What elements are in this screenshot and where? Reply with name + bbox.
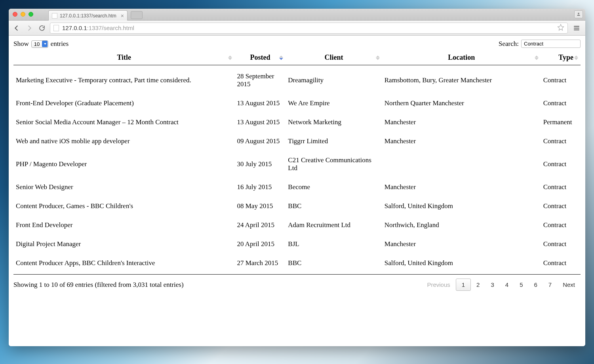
tab-title: 127.0.0.1:1337/search.htm	[60, 13, 118, 19]
cell-type: Contract	[541, 197, 581, 216]
cell-posted: 20 April 2015	[234, 235, 286, 254]
col-header-client[interactable]: Client	[286, 50, 382, 65]
cell-posted: 09 August 2015	[234, 132, 286, 151]
url-text: 127.0.0.1:1337/search.html	[62, 25, 554, 31]
sort-icon	[228, 55, 232, 60]
cell-posted: 24 April 2015	[234, 216, 286, 235]
table-row: Front End Developer24 April 2015Adam Rec…	[13, 216, 581, 235]
table-row: PHP / Magento Developer30 July 2015C21 C…	[13, 151, 581, 178]
cell-title: Senior Web Designer	[13, 178, 234, 197]
cell-location: Manchester	[382, 178, 541, 197]
page-icon	[53, 25, 59, 31]
profile-button[interactable]	[574, 10, 583, 18]
page-1[interactable]: 1	[456, 279, 471, 291]
page-previous[interactable]: Previous	[421, 279, 455, 290]
table-row: Front-End Developer (Graduate Placement)…	[13, 94, 581, 113]
cell-type: Contract	[541, 178, 581, 197]
cell-location: Ramsbottom, Bury, Greater Manchester	[382, 65, 541, 94]
results-table: Title Posted Client Location	[13, 50, 581, 275]
cell-type: Contract	[541, 235, 581, 254]
cell-title: PHP / Magento Developer	[13, 151, 234, 178]
cell-title: Front End Developer	[13, 216, 234, 235]
cell-posted: 08 May 2015	[234, 197, 286, 216]
col-header-title[interactable]: Title	[13, 50, 234, 65]
hamburger-icon	[573, 25, 580, 32]
page-content: Show 10 entries Search: Title	[9, 36, 585, 346]
cell-title: Web and native iOS moblie app developer	[13, 132, 234, 151]
back-button[interactable]	[12, 23, 21, 33]
table-row: Marketing Executive - Temporary contract…	[13, 65, 581, 94]
reload-icon	[38, 25, 46, 32]
user-icon	[576, 12, 581, 17]
length-label-prefix: Show	[13, 40, 29, 48]
cell-client: We Are Empire	[286, 94, 382, 113]
cell-title: Content Producer Apps, BBC Children's In…	[13, 254, 234, 275]
cell-location: Salford, United Kingdom	[382, 254, 541, 275]
bookmark-button[interactable]	[557, 24, 564, 32]
cell-client: BJL	[286, 235, 382, 254]
window-controls	[13, 12, 33, 17]
sort-icon	[574, 55, 578, 60]
page-3[interactable]: 3	[485, 279, 499, 290]
cell-type: Contract	[541, 151, 581, 178]
cell-location: Northwich, England	[382, 216, 541, 235]
browser-tab[interactable]: 127.0.0.1:1337/search.htm ×	[48, 10, 128, 21]
col-header-posted[interactable]: Posted	[234, 50, 286, 65]
length-select[interactable]: 10	[31, 40, 48, 48]
cell-posted: 13 August 2015	[234, 94, 286, 113]
new-tab-button[interactable]	[131, 11, 143, 19]
cell-title: Senior Social Media Account Manager – 12…	[13, 113, 234, 132]
search-control: Search:	[499, 40, 581, 48]
address-bar[interactable]: 127.0.0.1:1337/search.html	[50, 23, 568, 34]
length-select-wrap: 10	[31, 40, 48, 48]
table-row: Content Producer Apps, BBC Children's In…	[13, 254, 581, 275]
tab-close-button[interactable]: ×	[121, 13, 124, 19]
cell-posted: 13 August 2015	[234, 113, 286, 132]
page-4[interactable]: 4	[500, 279, 514, 290]
table-header-row: Title Posted Client Location	[13, 50, 581, 65]
favicon-icon	[52, 13, 57, 19]
search-label: Search:	[499, 40, 519, 48]
table-controls: Show 10 entries Search:	[13, 40, 581, 48]
reload-button[interactable]	[37, 23, 47, 33]
cell-location: Northern Quarter Manchester	[382, 94, 541, 113]
page-2[interactable]: 2	[471, 279, 485, 290]
cell-type: Contract	[541, 254, 581, 275]
page-5[interactable]: 5	[514, 279, 528, 290]
window-minimize-button[interactable]	[21, 12, 25, 17]
sort-icon	[535, 55, 539, 60]
cell-title: Digital Project Manager	[13, 235, 234, 254]
cell-client: Tiggrr Limited	[286, 132, 382, 151]
cell-location: Salford, United Kingdom	[382, 197, 541, 216]
window-maximize-button[interactable]	[29, 12, 33, 17]
menu-button[interactable]	[571, 23, 582, 34]
svg-point-0	[578, 13, 579, 14]
table-row: Digital Project Manager20 April 2015BJLM…	[13, 235, 581, 254]
table-row: Web and native iOS moblie app developer0…	[13, 132, 581, 151]
table-row: Senior Web Designer16 July 2015BecomeMan…	[13, 178, 581, 197]
sort-icon	[376, 55, 380, 60]
cell-location: Manchester	[382, 235, 541, 254]
cell-title: Marketing Executive - Temporary contract…	[13, 65, 234, 94]
cell-type: Contract	[541, 216, 581, 235]
page-6[interactable]: 6	[528, 279, 543, 290]
cell-title: Front-End Developer (Graduate Placement)	[13, 94, 234, 113]
page-7[interactable]: 7	[543, 279, 557, 290]
page-next[interactable]: Next	[557, 279, 581, 290]
forward-button[interactable]	[25, 23, 34, 33]
col-header-type[interactable]: Type	[541, 50, 581, 65]
cell-type: Contract	[541, 65, 581, 94]
cell-posted: 30 July 2015	[234, 151, 286, 178]
col-header-location[interactable]: Location	[382, 50, 541, 65]
table-row: Senior Social Media Account Manager – 12…	[13, 113, 581, 132]
search-input[interactable]	[521, 40, 581, 48]
arrow-left-icon	[13, 25, 20, 32]
window-close-button[interactable]	[13, 12, 17, 17]
cell-posted: 27 March 2015	[234, 254, 286, 275]
cell-type: Contract	[541, 132, 581, 151]
browser-tabstrip: 127.0.0.1:1337/search.htm ×	[9, 9, 585, 21]
length-label-suffix: entries	[51, 40, 69, 48]
url-path: :1337/search.html	[87, 25, 134, 31]
table-info: Showing 1 to 10 of 69 entries (filtered …	[13, 281, 184, 289]
url-host: 127.0.0.1	[62, 25, 87, 31]
